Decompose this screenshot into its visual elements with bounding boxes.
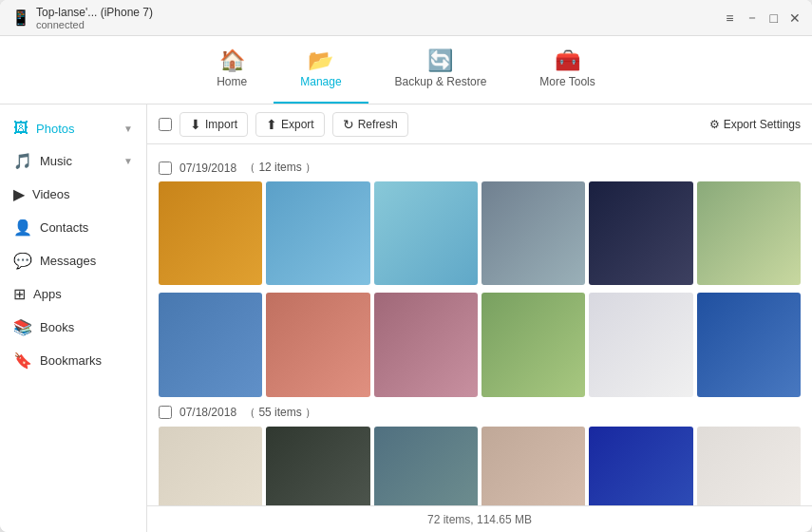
device-icon: 📱 [11,9,30,27]
books-icon: 📚 [13,318,32,336]
tools-icon: 🧰 [555,50,580,71]
export-settings-label: Export Settings [724,118,801,131]
photos-icon: 🖼 [13,120,28,137]
sidebar-item-photos[interactable]: 🖼 Photos ▼ [0,112,146,144]
import-label: Import [205,118,237,131]
sidebar: 🖼 Photos ▼ 🎵 Music ▼ ▶ Videos 👤 Contacts… [0,104,147,532]
nav-home[interactable]: 🏠 Home [190,36,274,104]
titlebar: 📱 Top-lanse'... (iPhone 7) connected ≡ －… [0,0,812,36]
nav-backup-label: Backup & Restore [395,75,487,88]
photo-cell[interactable] [266,293,369,396]
group2-grid-row1: ▶ 00:00:05 [159,427,801,505]
sidebar-item-messages[interactable]: 💬 Messages [0,244,146,277]
sidebar-videos-label: Videos [32,187,133,201]
nav-manage-label: Manage [300,75,341,88]
close-button[interactable]: ✕ [789,10,801,26]
export-label: Export [281,118,314,131]
sidebar-item-contacts[interactable]: 👤 Contacts [0,211,146,244]
settings-gear-icon: ⚙ [709,118,720,131]
group1-count: （ 12 items ） [244,160,316,176]
refresh-button[interactable]: ↻ Refresh [332,112,408,137]
export-button[interactable]: ⬆ Export [255,112,325,137]
group2-checkbox[interactable] [159,406,172,419]
group-header-2: 07/18/2018 （ 55 items ） [159,405,801,421]
device-name: Top-lanse'... (iPhone 7) [36,6,153,19]
sidebar-item-books[interactable]: 📚 Books [0,311,146,344]
photo-cell[interactable] [482,293,585,396]
photo-cell[interactable] [266,181,369,285]
photo-cell[interactable] [589,427,692,505]
nav-home-label: Home [217,75,247,88]
export-settings-button[interactable]: ⚙ Export Settings [709,118,801,131]
menu-icon[interactable]: ≡ [726,10,733,26]
sidebar-item-apps[interactable]: ⊞ Apps [0,277,146,311]
music-arrow: ▼ [123,156,133,166]
contacts-icon: 👤 [13,218,32,237]
sidebar-photos-label: Photos [36,122,116,136]
nav-manage[interactable]: 📂 Manage [274,36,368,104]
photo-cell[interactable]: ▶ 00:00:05 [266,427,369,505]
maximize-button[interactable]: □ [770,10,778,26]
manage-icon: 📂 [308,50,333,71]
photos-arrow: ▼ [123,124,133,134]
sidebar-contacts-label: Contacts [40,220,133,235]
navbar: 🏠 Home 📂 Manage 🔄 Backup & Restore 🧰 Mor… [0,36,812,104]
sidebar-messages-label: Messages [40,254,133,268]
photo-cell[interactable] [697,293,801,396]
photo-cell[interactable] [697,181,801,285]
import-button[interactable]: ⬇ Import [179,112,248,137]
nav-more-tools[interactable]: 🧰 More Tools [513,36,621,104]
group1-date: 07/19/2018 [179,162,236,175]
import-icon: ⬇ [190,117,201,132]
toolbar: ⬇ Import ⬆ Export ↻ Refresh ⚙ Export Set… [147,104,812,144]
photo-cell[interactable] [159,427,262,505]
backup-icon: 🔄 [427,50,453,71]
nav-tools-label: More Tools [539,75,595,88]
photo-cell[interactable] [159,293,262,396]
export-icon: ⬆ [266,117,277,132]
photo-cell[interactable] [374,181,478,285]
home-icon: 🏠 [219,50,245,71]
group2-date: 07/18/2018 [179,406,236,419]
main-window: 📱 Top-lanse'... (iPhone 7) connected ≡ －… [0,0,812,532]
photo-cell[interactable] [589,293,692,396]
photo-cell[interactable] [482,181,585,285]
photo-cell[interactable] [374,427,478,505]
status-text: 72 items, 114.65 MB [427,513,532,526]
apps-icon: ⊞ [13,285,26,303]
photo-cell[interactable] [482,427,585,505]
bookmarks-icon: 🔖 [13,352,32,370]
messages-icon: 💬 [13,252,32,270]
content-area: ⬇ Import ⬆ Export ↻ Refresh ⚙ Export Set… [147,104,812,532]
sidebar-bookmarks-label: Bookmarks [40,353,133,368]
refresh-label: Refresh [358,118,398,131]
group-header-1: 07/19/2018 （ 12 items ） [159,160,801,176]
photo-cell[interactable] [374,293,478,396]
nav-backup[interactable]: 🔄 Backup & Restore [368,36,514,104]
photo-cell[interactable] [159,181,262,285]
group1-grid-row2 [159,293,801,396]
photo-area: 07/19/2018 （ 12 items ） [147,144,812,505]
select-all-checkbox[interactable] [159,118,172,131]
device-info: 📱 Top-lanse'... (iPhone 7) connected [11,6,153,30]
window-controls: ≡ － □ ✕ [726,10,801,27]
group2-count: （ 55 items ） [244,405,316,421]
minimize-button[interactable]: － [746,10,759,27]
sidebar-item-music[interactable]: 🎵 Music ▼ [0,144,146,178]
group1-grid-row1 [159,181,801,285]
sidebar-item-videos[interactable]: ▶ Videos [0,178,146,211]
photo-cell[interactable] [589,181,692,285]
videos-icon: ▶ [13,185,25,203]
device-status: connected [36,19,153,30]
main-content: 🖼 Photos ▼ 🎵 Music ▼ ▶ Videos 👤 Contacts… [0,104,812,532]
statusbar: 72 items, 114.65 MB [147,505,812,532]
sidebar-apps-label: Apps [33,287,133,301]
music-icon: 🎵 [13,152,32,170]
group1-checkbox[interactable] [159,162,172,175]
sidebar-music-label: Music [40,154,116,168]
photo-cell[interactable] [697,427,801,505]
sidebar-item-bookmarks[interactable]: 🔖 Bookmarks [0,344,146,377]
sidebar-books-label: Books [40,320,133,334]
refresh-icon: ↻ [343,117,354,132]
